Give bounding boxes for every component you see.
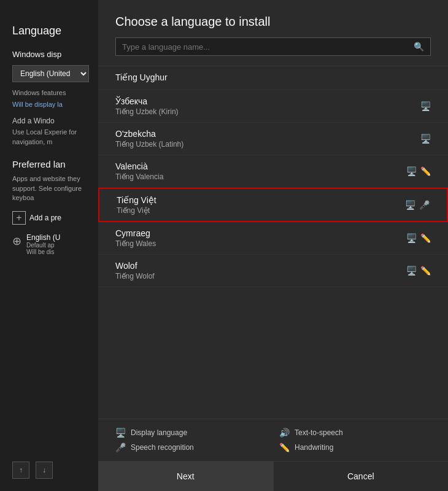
bg-lang-name: English (U [26,233,60,242]
handwriting-icon-welsh: ✏️ [420,233,431,243]
legend-handwriting: ✏️ Handwriting [279,443,431,452]
bg-apps-desc: Apps and website they support. Sele conf… [12,174,89,203]
lang-name-uighur: Tiếng Uyghur [115,72,431,82]
bg-will-display[interactable]: Will be display la [12,101,89,108]
lang-item-uzbek-latin[interactable]: O'zbekchaTiếng Uzbek (Latinh)🖥️ [98,123,448,155]
lang-item-uzbek-kirin[interactable]: ЎзбекчаTiếng Uzbek (Kirin)🖥️ [98,90,448,123]
legend-display-label: Display language [131,428,187,437]
legend-display: 🖥️ Display language [115,428,267,438]
bg-title: Language [12,25,89,37]
lang-icons-welsh: 🖥️✏️ [406,233,431,243]
display-language-icon-valencian: 🖥️ [406,166,417,176]
display-language-icon-wolof: 🖥️ [406,266,417,276]
bg-preferred-label: Preferred lan [12,159,89,169]
handwriting-icon-wolof: ✏️ [420,266,431,276]
lang-sub-uzbek-kirin: Tiếng Uzbek (Kirin) [115,107,431,116]
bg-english-select[interactable]: English (United [12,65,89,82]
bg-windows-display: Windows disp [12,50,89,59]
cancel-button[interactable]: Cancel [273,462,449,491]
lang-name-vietnamese: Tiếng Việt [117,195,430,205]
legend-speech-label: Speech recognition [131,443,194,452]
legend-tts-label: Text-to-speech [295,428,343,437]
bg-plus-icon: + [12,211,26,225]
dialog-footer: Next Cancel [98,461,448,491]
display-language-icon-vietnamese: 🖥️ [405,200,415,210]
lang-name-uzbek-latin: O'zbekcha [115,129,431,139]
bg-add-preferred[interactable]: + Add a pre [12,211,89,225]
background-panel: Language Windows disp English (United Wi… [0,0,101,491]
bg-add-windows[interactable]: Add a Windo [12,117,89,125]
lang-sub-wolof: Tiếng Wolof [115,272,431,280]
legend-handwriting-label: Handwriting [295,443,333,452]
bg-windows-desc: Windows features [12,88,89,98]
language-list[interactable]: Tiếng UyghurЎзбекчаTiếng Uzbek (Kirin)🖥️… [98,66,448,419]
lang-icons-uzbek-kirin: 🖥️ [420,101,431,111]
lang-name-wolof: Wolof [115,261,431,271]
bg-local-exp: Use Local Experie for navigation, m [12,128,89,147]
display-language-icon-uzbek-latin: 🖥️ [420,134,431,144]
legend-tts: 🔊 Text-to-speech [279,428,431,438]
dialog-header: Choose a language to install 🔍 [98,0,448,66]
lang-sub-valencian: Tiếng Valencia [115,172,431,181]
lang-name-uzbek-kirin: Ўзбекча [115,96,431,106]
bg-lang-default: Default ap [26,242,60,249]
dialog-title: Choose a language to install [115,15,431,29]
bg-english-item: ⊕ English (U Default ap Will be dis [12,233,89,255]
lang-sub-welsh: Tiếng Wales [115,239,431,248]
bg-arrows: ↑ ↓ [12,462,53,479]
lang-sub-uzbek-latin: Tiếng Uzbek (Latinh) [115,140,431,149]
lang-name-welsh: Cymraeg [115,228,431,238]
lang-icons-wolof: 🖥️✏️ [406,266,431,276]
lang-item-vietnamese[interactable]: Tiếng ViệtTiếng Việt🖥️🎤 [98,188,448,222]
lang-item-welsh[interactable]: CymraegTiếng Wales🖥️✏️ [98,222,448,255]
bg-lang-will: Will be dis [26,249,60,255]
lang-name-valencian: Valencià [115,161,431,171]
lang-icons-uzbek-latin: 🖥️ [420,134,431,144]
lang-sub-vietnamese: Tiếng Việt [117,206,430,215]
legend: 🖥️ Display language 🔊 Text-to-speech 🎤 S… [98,419,448,461]
legend-speech: 🎤 Speech recognition [115,443,267,452]
handwriting-icon-valencian: ✏️ [420,166,431,176]
lang-item-uighur[interactable]: Tiếng Uyghur [98,66,448,90]
search-box[interactable]: 🔍 [115,37,431,56]
language-dialog: Choose a language to install 🔍 Tiếng Uyg… [98,0,448,491]
handwriting-icon: ✏️ [279,443,290,452]
tts-icon: 🔊 [279,428,290,438]
arrow-up-button[interactable]: ↑ [12,462,29,479]
speech-icon: 🎤 [115,443,126,452]
lang-item-wolof[interactable]: WolofTiếng Wolof🖥️✏️ [98,255,448,287]
display-language-icon-welsh: 🖥️ [406,233,417,243]
search-input[interactable] [122,42,414,52]
arrow-down-button[interactable]: ↓ [36,462,53,479]
lang-item-valencian[interactable]: ValenciàTiếng Valencia🖥️✏️ [98,155,448,188]
search-icon: 🔍 [414,42,424,52]
next-button[interactable]: Next [98,462,273,491]
speech-recognition-icon-vietnamese: 🎤 [419,200,430,210]
display-icon: 🖥️ [115,428,126,438]
display-language-icon-uzbek-kirin: 🖥️ [420,101,431,111]
lang-icons-valencian: 🖥️✏️ [406,166,431,176]
lang-icons-vietnamese: 🖥️🎤 [405,200,430,210]
bg-lang-icon: ⊕ [12,234,21,248]
